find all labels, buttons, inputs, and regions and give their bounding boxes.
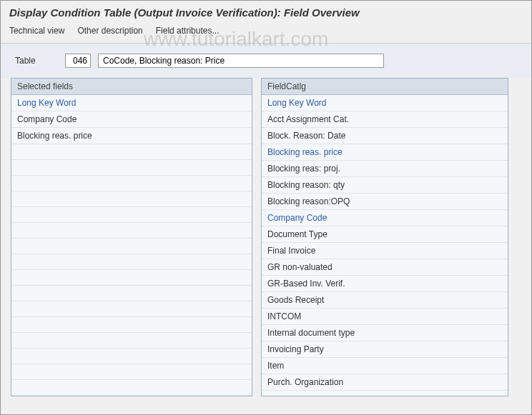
catalog-field-row[interactable]: Goods Receipt: [262, 292, 508, 309]
field-catalog-body: Long Key WordAcct Assignment Cat.Block. …: [262, 95, 508, 396]
empty-row: [11, 207, 252, 223]
catalog-column-header[interactable]: Long Key Word: [262, 95, 508, 111]
selected-fields-body: Long Key WordCompany CodeBlocking reas. …: [11, 95, 252, 396]
empty-row: [11, 223, 252, 239]
empty-row: [11, 317, 252, 333]
empty-row: [11, 160, 252, 176]
empty-row: [11, 364, 252, 380]
catalog-field-row[interactable]: Internal document type: [262, 325, 508, 341]
catalog-field-row[interactable]: Document Type: [262, 226, 508, 243]
selected-column-header[interactable]: Long Key Word: [11, 95, 252, 111]
field-catalog-panel: FieldCatlg Long Key WordAcct Assignment …: [261, 78, 508, 396]
content-area: Selected fields Long Key WordCompany Cod…: [1, 78, 531, 396]
empty-row: [11, 254, 252, 270]
catalog-field-row[interactable]: Purch. Organization: [262, 374, 508, 391]
catalog-field-row[interactable]: Invoicing Party: [262, 341, 508, 358]
empty-row: [11, 301, 252, 317]
table-label: Table: [15, 56, 58, 66]
selected-field-row[interactable]: Company Code: [11, 111, 252, 128]
empty-row: [11, 349, 252, 364]
toolbar: Technical view Other description Field a…: [1, 21, 531, 44]
table-description-field[interactable]: CoCode, Blocking reason: Price: [98, 54, 384, 68]
empty-row: [11, 144, 252, 160]
technical-view-button[interactable]: Technical view: [9, 26, 64, 36]
catalog-field-row[interactable]: Final Invoice: [262, 243, 508, 259]
table-form-row: Table 046 CoCode, Blocking reason: Price: [1, 44, 531, 78]
catalog-field-row[interactable]: Blocking reason: qty: [262, 177, 508, 194]
empty-row: [11, 380, 252, 396]
catalog-field-row[interactable]: Acct Assignment Cat.: [262, 111, 508, 128]
catalog-field-row[interactable]: Blocking reas. price: [262, 144, 508, 161]
catalog-field-row[interactable]: Block. Reason: Date: [262, 128, 508, 144]
empty-row: [11, 270, 252, 286]
page-title: Display Condition Table (Output Invoice …: [1, 1, 531, 21]
selected-fields-panel: Selected fields Long Key WordCompany Cod…: [11, 78, 252, 396]
selected-field-row[interactable]: Blocking reas. price: [11, 128, 252, 144]
catalog-field-row[interactable]: GR non-valuated: [262, 259, 508, 276]
empty-row: [11, 333, 252, 349]
field-catalog-header: FieldCatlg: [262, 79, 508, 95]
field-attributes-button[interactable]: Field attributes...: [156, 26, 220, 36]
empty-row: [11, 191, 252, 207]
table-code-field[interactable]: 046: [65, 54, 91, 68]
catalog-field-row[interactable]: Blocking reason:OPQ: [262, 194, 508, 210]
empty-row: [11, 239, 252, 254]
selected-fields-header: Selected fields: [11, 79, 252, 95]
catalog-field-row[interactable]: Company Code: [262, 210, 508, 226]
empty-row: [11, 286, 252, 301]
empty-row: [11, 176, 252, 191]
other-description-button[interactable]: Other description: [77, 26, 142, 36]
catalog-field-row[interactable]: INTCOM: [262, 309, 508, 325]
catalog-field-row[interactable]: Item: [262, 358, 508, 374]
catalog-field-row[interactable]: Blocking reas: proj.: [262, 161, 508, 177]
catalog-field-row[interactable]: GR-Based Inv. Verif.: [262, 276, 508, 292]
